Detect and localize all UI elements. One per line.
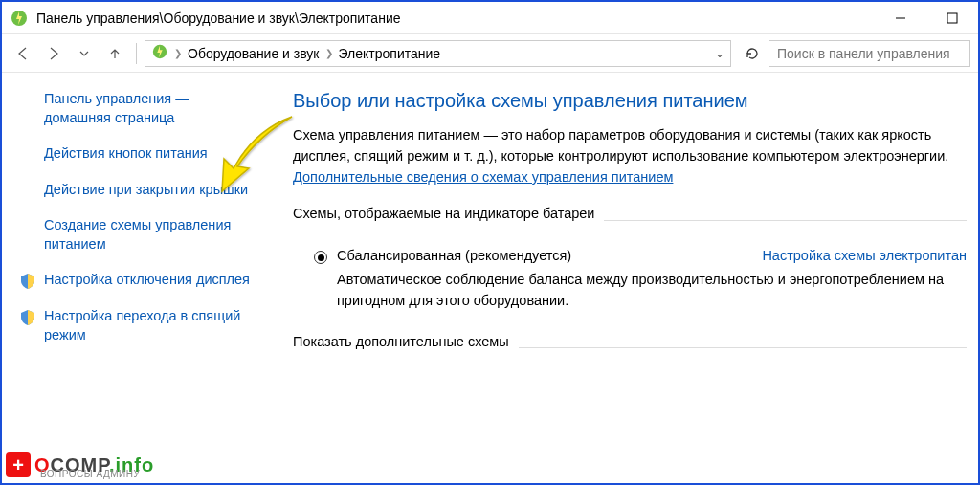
address-bar[interactable]: ❯ Оборудование и звук ❯ Электропитание ⌄ [145, 40, 731, 67]
sidebar-item-label: Настройка отключения дисплея [44, 272, 250, 287]
titlebar: Панель управления\Оборудование и звук\Эл… [2, 2, 978, 34]
sidebar-display-off-link[interactable]: Настройка отключения дисплея [44, 271, 258, 290]
breadcrumb-item[interactable]: Оборудование и звук [188, 46, 320, 61]
minimize-button[interactable] [886, 7, 915, 30]
plan-description: Автоматическое соблюдение баланса между … [293, 270, 967, 312]
page-heading: Выбор или настройка схемы управления пит… [293, 90, 967, 112]
change-plan-settings-link[interactable]: Настройка схемы электропитан [762, 248, 967, 263]
back-button[interactable] [10, 40, 36, 67]
address-dropdown-icon[interactable]: ⌄ [715, 47, 724, 60]
chevron-right-icon: ❯ [325, 48, 333, 58]
shield-icon [19, 273, 36, 290]
additional-plans-header[interactable]: Показать дополнительные схемы [293, 333, 967, 363]
plan-name[interactable]: Сбалансированная (рекомендуется) [337, 248, 571, 263]
learn-more-link[interactable]: Дополнительные сведения о схемах управле… [293, 169, 673, 185]
watermark-badge-icon: + [6, 452, 31, 477]
sidebar: Панель управления — домашняя страница Де… [2, 73, 270, 483]
sidebar-item-label: Настройка перехода в спящий режим [44, 308, 240, 342]
window-title: Панель управления\Оборудование и звук\Эл… [36, 11, 886, 26]
watermark: + OCOMP.info ВОПРОСЫ АДМИНУ [6, 452, 154, 477]
maximize-button[interactable] [938, 7, 967, 30]
control-panel-home-link[interactable]: Панель управления — домашняя страница [44, 90, 258, 127]
sidebar-create-plan-link[interactable]: Создание схемы управления питанием [44, 216, 258, 254]
window-controls [886, 7, 967, 30]
sidebar-lid-close-link[interactable]: Действие при закрытии крышки [44, 181, 258, 200]
plan-radio-balanced[interactable] [314, 251, 327, 264]
navbar: ❯ Оборудование и звук ❯ Электропитание ⌄… [2, 34, 978, 73]
search-placeholder: Поиск в панели управления [777, 46, 950, 61]
power-options-icon [10, 9, 29, 28]
description-text: Схема управления питанием — это набор па… [293, 127, 948, 164]
sidebar-power-buttons-link[interactable]: Действия кнопок питания [44, 144, 258, 164]
recent-locations-button[interactable] [71, 40, 98, 67]
search-input[interactable]: Поиск в панели управления [769, 40, 970, 67]
page-description: Схема управления питанием — это набор па… [293, 125, 967, 187]
chevron-right-icon: ❯ [174, 48, 182, 58]
shield-icon [19, 309, 36, 326]
additional-plans-label: Показать дополнительные схемы [293, 334, 519, 349]
window: Панель управления\Оборудование и звук\Эл… [0, 0, 980, 485]
plan-group-label: Схемы, отображаемые на индикаторе батаре… [293, 206, 604, 221]
up-button[interactable] [101, 40, 128, 67]
forward-button[interactable] [40, 40, 67, 67]
plan-row-balanced: Сбалансированная (рекомендуется) Настрой… [293, 248, 967, 264]
power-options-icon [151, 43, 168, 63]
refresh-button[interactable] [739, 40, 766, 67]
plan-group-header: Схемы, отображаемые на индикаторе батаре… [293, 205, 967, 234]
watermark-subtitle: ВОПРОСЫ АДМИНУ [40, 469, 140, 479]
svg-rect-2 [947, 13, 957, 23]
content: Панель управления — домашняя страница Де… [2, 73, 978, 483]
separator [136, 43, 137, 64]
sidebar-sleep-link[interactable]: Настройка перехода в спящий режим [44, 307, 258, 344]
main-panel: Выбор или настройка схемы управления пит… [270, 73, 978, 483]
breadcrumb-item[interactable]: Электропитание [339, 46, 441, 61]
